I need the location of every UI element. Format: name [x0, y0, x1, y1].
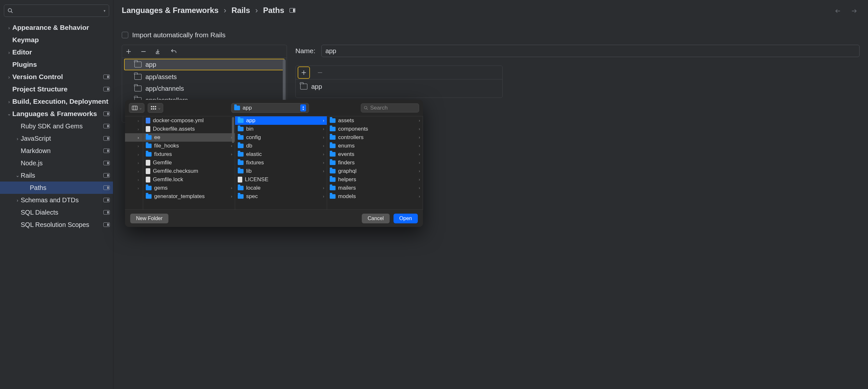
file-row[interactable]: Dockerfile.assets: [143, 125, 235, 133]
undo-icon[interactable]: [170, 48, 177, 55]
path-row[interactable]: app/assets: [122, 71, 287, 83]
file-column-2[interactable]: app›bin›config›db›elastic›fixtures›lib›L…: [235, 116, 327, 210]
file-row[interactable]: helpers›: [327, 175, 423, 184]
file-row[interactable]: assets›: [327, 116, 423, 125]
path-row[interactable]: app/channels: [122, 83, 287, 94]
file-row[interactable]: controllers›: [327, 133, 423, 142]
sidebar-item[interactable]: ⌄Rails: [0, 169, 113, 182]
sidebar-item[interactable]: ›Appearance & Behavior: [0, 21, 113, 34]
file-row[interactable]: graphql›: [327, 167, 423, 175]
sidebar-item[interactable]: Project Structure: [0, 83, 113, 95]
path-row[interactable]: app: [124, 59, 285, 71]
file-row[interactable]: gems›: [143, 184, 235, 192]
file-label: docker-compose.yml: [153, 117, 204, 124]
file-nav-row[interactable]: ›: [125, 116, 143, 125]
file-row[interactable]: components›: [327, 125, 423, 133]
sidebar-item[interactable]: Ruby SDK and Gems: [0, 120, 113, 132]
sidebar-item[interactable]: ›Editor: [0, 46, 113, 58]
name-label: Name:: [296, 47, 315, 55]
file-row[interactable]: events›: [327, 150, 423, 159]
file-row[interactable]: enums›: [327, 142, 423, 150]
sidebar-item[interactable]: ›Schemas and DTDs: [0, 194, 113, 206]
add-subpath-button[interactable]: [298, 67, 309, 78]
file-row[interactable]: models›: [327, 192, 423, 201]
group-button[interactable]: ⌵: [148, 103, 163, 113]
breadcrumb-item[interactable]: Languages & Frameworks: [122, 6, 219, 15]
file-nav-row[interactable]: ›: [125, 175, 143, 184]
project-badge-icon: [103, 148, 110, 153]
view-columns-button[interactable]: ⌵: [129, 103, 145, 113]
file-row[interactable]: fixtures›: [235, 159, 327, 167]
sidebar-item[interactable]: ⌄Languages & Frameworks: [0, 108, 113, 120]
settings-search[interactable]: ▾: [4, 4, 109, 17]
svg-rect-19: [155, 108, 156, 110]
file-row[interactable]: fixtures›: [143, 150, 235, 159]
file-row[interactable]: ee›: [143, 133, 235, 142]
settings-search-input[interactable]: [15, 7, 104, 14]
new-folder-button[interactable]: New Folder: [130, 214, 168, 223]
sub-paths-list[interactable]: app: [296, 79, 502, 98]
sidebar-item[interactable]: SQL Resolution Scopes: [0, 219, 113, 231]
add-icon[interactable]: [125, 48, 132, 55]
sidebar-item[interactable]: ›JavaScript: [0, 132, 113, 145]
file-column-1[interactable]: docker-compose.ymlDockerfile.assetsee›fi…: [143, 116, 235, 210]
remove-icon[interactable]: [140, 48, 147, 55]
sidebar-item[interactable]: Paths: [0, 182, 113, 194]
path-label: app/channels: [146, 85, 184, 92]
file-row[interactable]: finders›: [327, 159, 423, 167]
sidebar-item[interactable]: Markdown: [0, 145, 113, 157]
file-row[interactable]: Gemfile.checksum: [143, 167, 235, 175]
sidebar-item[interactable]: Node.js: [0, 157, 113, 169]
breadcrumb-item[interactable]: Rails: [231, 6, 250, 15]
file-nav-row[interactable]: ›: [125, 159, 143, 167]
forward-icon[interactable]: [850, 8, 858, 14]
back-icon[interactable]: [834, 8, 842, 14]
folder-icon: [238, 135, 244, 140]
file-dialog-footer: New Folder Cancel Open: [125, 210, 423, 227]
file-row[interactable]: locale›: [235, 184, 327, 192]
sidebar-item[interactable]: Plugins: [0, 58, 113, 71]
file-label: mailers: [338, 185, 356, 191]
file-row[interactable]: docker-compose.yml: [143, 116, 235, 125]
sidebar-item[interactable]: Keymap: [0, 34, 113, 46]
name-input[interactable]: [321, 45, 860, 57]
file-dialog-search[interactable]: Search: [361, 104, 419, 112]
file-row[interactable]: Gemfile.lock: [143, 175, 235, 184]
folder-icon: [234, 106, 240, 110]
file-nav-row[interactable]: ›: [125, 133, 143, 142]
import-icon[interactable]: [155, 48, 162, 55]
file-row[interactable]: app›: [235, 116, 327, 125]
file-nav-row[interactable]: ›: [125, 167, 143, 175]
subpath-row[interactable]: app: [296, 81, 502, 92]
file-row[interactable]: config›: [235, 133, 327, 142]
open-button[interactable]: Open: [394, 214, 418, 223]
file-nav-row[interactable]: ›: [125, 184, 143, 192]
sidebar-item[interactable]: SQL Dialects: [0, 206, 113, 219]
file-row[interactable]: LICENSE: [235, 175, 327, 184]
file-row[interactable]: Gemfile: [143, 159, 235, 167]
file-row[interactable]: spec›: [235, 192, 327, 201]
file-column-nav[interactable]: ›››››››››: [125, 116, 143, 210]
file-row[interactable]: elastic›: [235, 150, 327, 159]
sidebar-item-label: Build, Execution, Deployment: [12, 98, 110, 105]
file-row[interactable]: file_hooks›: [143, 142, 235, 150]
sidebar-item-label: Markdown: [21, 147, 103, 155]
file-nav-row[interactable]: ›: [125, 142, 143, 150]
file-row[interactable]: generator_templates›: [143, 192, 235, 201]
file-row[interactable]: bin›: [235, 125, 327, 133]
file-row[interactable]: lib›: [235, 167, 327, 175]
file-nav-row[interactable]: ›: [125, 125, 143, 133]
file-row[interactable]: mailers›: [327, 184, 423, 192]
path-selector[interactable]: app ▴▾: [231, 103, 309, 113]
cancel-button[interactable]: Cancel: [362, 214, 390, 223]
file-label: models: [338, 193, 356, 200]
sidebar-item[interactable]: ›Version Control: [0, 71, 113, 83]
sidebar-item[interactable]: ›Build, Execution, Deployment: [0, 95, 113, 108]
scrollbar-thumb[interactable]: [232, 117, 234, 143]
import-auto-checkbox[interactable]: [122, 32, 128, 38]
file-column-3[interactable]: assets›components›controllers›enums›even…: [327, 116, 423, 210]
file-nav-row[interactable]: ›: [125, 150, 143, 159]
file-row[interactable]: db›: [235, 142, 327, 150]
project-badge-icon: [103, 75, 110, 79]
remove-subpath-button[interactable]: [314, 67, 326, 78]
